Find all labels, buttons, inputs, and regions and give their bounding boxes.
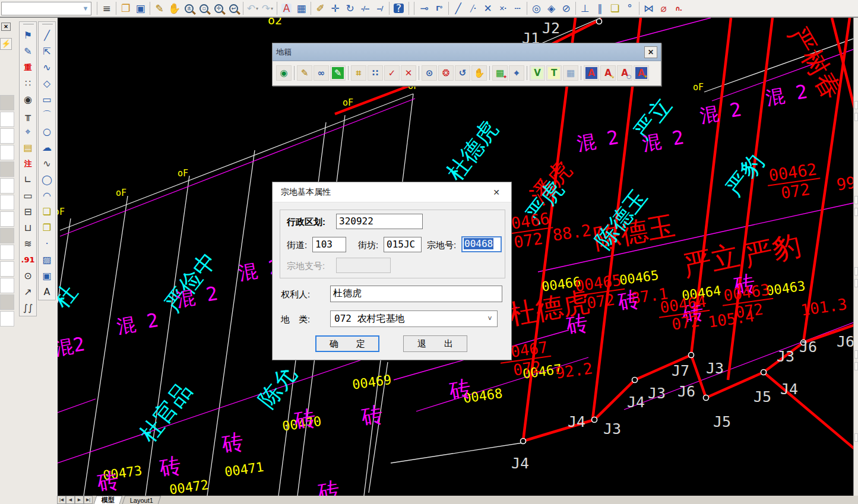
dialog-titlebar[interactable]: 宗地基本属性 ✕ (273, 182, 511, 202)
xy-locate-icon[interactable]: ⌖ (20, 123, 36, 140)
palette-cell[interactable] (0, 195, 14, 210)
rotate-copy-icon[interactable]: ↻ (343, 1, 357, 15)
palette-cell[interactable] (0, 128, 14, 144)
tab-模型[interactable]: 模型 (94, 496, 123, 504)
palette-cell[interactable] (0, 245, 14, 260)
parcel-green-edit-icon[interactable]: ✎ (330, 65, 346, 81)
map-locate-icon[interactable]: ▦⌖ (492, 65, 508, 81)
measure-ruler-icon[interactable]: ▤ (20, 140, 36, 156)
open-file-icon[interactable]: ❐ (118, 1, 133, 15)
draw-revcloud-icon[interactable]: ☁ (39, 140, 55, 156)
pan-hand-icon[interactable]: ✋ (167, 1, 182, 15)
snap-nearest-icon[interactable]: ⋈ (641, 1, 656, 15)
palette-cell[interactable] (0, 95, 14, 110)
palette-cell[interactable] (0, 311, 14, 327)
cadastre-toolbar-titlebar[interactable]: 地籍 ✕ (273, 43, 661, 61)
label-a-circle-icon[interactable]: A○ (617, 65, 632, 81)
search-circles-icon[interactable]: ⌖ (509, 65, 524, 81)
zoom-extents-icon[interactable]: ✛ (211, 1, 226, 15)
snap-intersection-icon[interactable]: ✕ (480, 1, 495, 15)
undo-icon[interactable]: ↶▾ (245, 1, 260, 15)
break-at-point-icon[interactable]: -∕-- (357, 1, 372, 15)
match-properties-icon[interactable]: ✐ (313, 1, 328, 15)
ok-button[interactable]: 确 定 (315, 335, 379, 352)
close-icon[interactable]: ✕ (1, 23, 11, 31)
h-ruler-icon[interactable]: ╥ (20, 107, 36, 123)
grid-blue-icon[interactable]: ▦ (563, 65, 578, 81)
point-check-icon[interactable]: ✓ (384, 65, 400, 81)
squiggle-tool-icon[interactable]: ≋ (20, 236, 36, 252)
save-file-icon[interactable]: ▣ (133, 1, 148, 15)
snap-extension-icon[interactable]: ┄ (510, 1, 525, 15)
toolbar-grip[interactable] (23, 23, 34, 24)
draw-ellipse-icon[interactable]: ◯ (39, 172, 55, 188)
draw-polyline-icon[interactable]: ∿ (39, 59, 55, 75)
snap-midpoint-icon[interactable]: ╱· (466, 1, 480, 15)
red-ring-icon[interactable]: ❂ (438, 65, 454, 81)
snap-insert-icon[interactable]: ❏ (607, 1, 622, 15)
palette-cell[interactable] (0, 178, 14, 194)
docked-icon[interactable] (854, 101, 858, 109)
cadastre-globe-icon[interactable]: ◉ (276, 65, 292, 81)
move-icon[interactable]: ✛ (328, 1, 343, 15)
snap-endpoint-icon[interactable]: ╱ (451, 1, 466, 15)
palette-cell[interactable] (0, 112, 14, 127)
parcel-dots-icon[interactable]: ∷ (368, 65, 383, 81)
rectangle-shape-icon[interactable]: ▭ (20, 188, 36, 204)
region-icon[interactable]: ▣ (39, 268, 55, 284)
block-field[interactable]: 015JC (384, 237, 422, 252)
label-a-dark-icon[interactable]: A (584, 65, 599, 81)
osnap-settings-magnet-icon[interactable]: ∩. (671, 1, 686, 15)
snap-parallel-icon[interactable]: ∥ (593, 1, 607, 15)
palette-cell[interactable] (0, 261, 14, 277)
close-icon[interactable]: ✕ (644, 46, 657, 58)
draw-point-icon[interactable]: · (39, 236, 55, 252)
polyline-shape-icon[interactable]: ∟ (20, 172, 36, 188)
parcel-bone-icon[interactable]: ⌗ (351, 65, 366, 81)
parcel-number-field[interactable]: 00468 (461, 236, 502, 252)
circle-annotate-icon[interactable]: ⊙ (422, 65, 437, 81)
tab-Layout1[interactable]: Layout1 (122, 496, 162, 504)
toolbar-grip[interactable] (42, 23, 53, 24)
mtext-icon[interactable]: A (39, 284, 55, 300)
draw-rectangle-icon[interactable]: ▭ (39, 91, 55, 107)
tab-nav-button[interactable]: ◀ (66, 496, 75, 504)
docked-icon[interactable] (854, 350, 858, 359)
palette-cell[interactable] (0, 228, 14, 243)
point-circle-icon[interactable]: ⊙ (20, 268, 36, 284)
zoom-window-icon[interactable]: ▫ (197, 1, 211, 15)
point-delete-icon[interactable]: ✕ (401, 65, 416, 81)
cycle-update-icon[interactable]: ↺ (455, 65, 470, 81)
draw-spline-icon[interactable]: ∿ (39, 156, 55, 172)
draw-construction-line-icon[interactable]: ⇱ (39, 43, 55, 59)
text-style-icon[interactable]: A (279, 1, 294, 15)
admin-division-field[interactable]: 320922 (336, 214, 423, 229)
draw-arc-icon[interactable]: ⌒ (39, 107, 55, 123)
docked-icon[interactable] (854, 267, 858, 275)
wavy-lines-icon[interactable]: ∫∫ (20, 300, 36, 316)
tab-nav-button[interactable]: ▶| (84, 496, 93, 504)
landtype-dropdown[interactable]: 072 农村宅基地 ˅ (330, 310, 498, 327)
chevron-down-icon[interactable]: ▼ (80, 2, 91, 15)
annotate-icon[interactable]: 注 (20, 156, 36, 172)
beam-e-icon[interactable]: ⊔ (20, 220, 36, 236)
style-combo[interactable]: ▼ (1, 2, 91, 15)
camera-view-icon[interactable]: ◉ (20, 91, 36, 107)
parcel-rings-icon[interactable]: ∞ (314, 65, 329, 81)
point-cluster-icon[interactable]: ∷ (20, 75, 36, 91)
docked-icon[interactable] (854, 279, 858, 287)
draw-circle-icon[interactable]: ○ (39, 123, 55, 140)
docked-icon[interactable] (854, 362, 858, 370)
t-split-green-icon[interactable]: T (546, 65, 562, 81)
palette-cell[interactable] (0, 294, 14, 310)
tab-nav-button[interactable]: ▶ (75, 496, 84, 504)
draw-polygon-icon[interactable]: ◇ (39, 75, 55, 91)
snap-apparent-intersection-icon[interactable]: ✕· (495, 1, 510, 15)
snap-tangent-icon[interactable]: ⊘ (559, 1, 574, 15)
beam-h-icon[interactable]: ⊟ (20, 204, 36, 220)
palette-cell[interactable] (0, 145, 14, 160)
decimal-91-icon[interactable]: .91 (20, 252, 36, 268)
street-field[interactable]: 103 (312, 237, 346, 252)
label-a-multi-icon[interactable]: A✦ (634, 65, 649, 81)
draw-parcel-pencil-icon[interactable]: ✎ (297, 65, 312, 81)
